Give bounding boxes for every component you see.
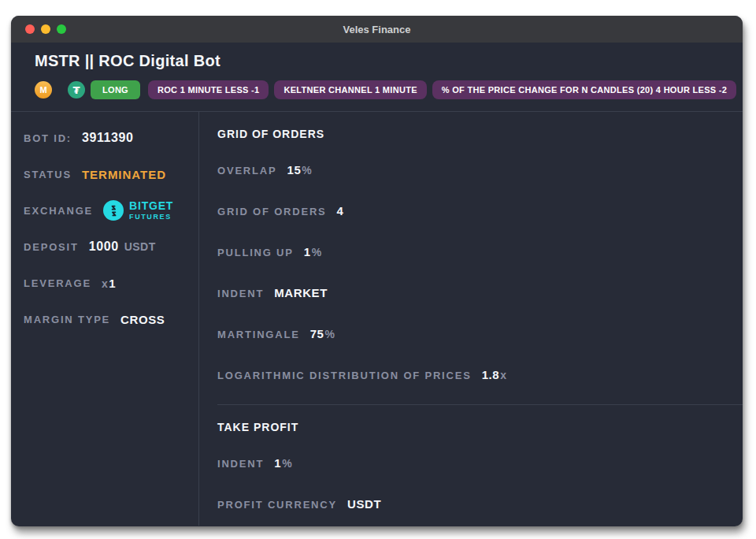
bot-id-row: BOT ID: 3911390 [24,128,194,147]
margin-type-value: CROSS [120,313,165,326]
exchange-row: EXCHANGE BITGET FUTURES [24,201,194,220]
summary-panel: BOT ID: 3911390 STATUS TERMINATED EXCHAN… [11,112,199,526]
deposit-label: DEPOSIT [24,241,79,253]
pulling-up-row: PULLING UP 1 % [217,244,743,261]
param-value: 15 [287,162,301,178]
exchange-type: FUTURES [129,213,172,221]
exchange-name: BITGET [129,201,173,211]
param-value: MARKET [274,285,328,301]
margin-type-label: MARGIN TYPE [24,314,110,325]
margin-type-row: MARGIN TYPE CROSS [24,310,194,329]
base-coin-icon: M [35,81,52,99]
leverage-value: 1 [109,277,116,290]
tether-coin-icon: ₮ [68,81,85,99]
overlap-row: OVERLAP 15 % [217,162,743,179]
param-label: OVERLAP [217,163,276,179]
param-value: 1 [304,244,311,260]
param-label: LOGARITHMIC DISTRIBUTION OF PRICES [217,368,472,384]
badges-row: M ₮ LONG ROC 1 MINUTE LESS -1 KELTNER CH… [35,80,719,99]
take-profit-section: TAKE PROFIT INDENT 1 % PROFIT CURRENCY U… [217,404,743,513]
leverage-row: LEVERAGE x 1 [24,273,194,292]
page-title: MSTR || ROC Digital Bot [35,50,719,72]
bot-id-value: 3911390 [82,131,134,145]
app-window: Veles Finance MSTR || ROC Digital Bot M … [11,16,743,526]
bot-details: BOT ID: 3911390 STATUS TERMINATED EXCHAN… [11,112,743,526]
section-heading: GRID OF ORDERS [217,126,743,142]
leverage-prefix: x [102,277,108,290]
deposit-row: DEPOSIT 1000 USDT [24,237,194,256]
log-distribution-row: LOGARITHMIC DISTRIBUTION OF PRICES 1.8 x [217,367,743,384]
param-label: INDENT [217,286,264,302]
param-value: 75 [310,326,324,342]
title-bar: Veles Finance [11,16,743,43]
bitget-icon [103,200,124,221]
profit-currency-row: PROFIT CURRENCY USDT [217,496,743,513]
status-badge: TERMINATED [82,168,166,181]
leverage-label: LEVERAGE [24,277,91,289]
martingale-row: MARTINGALE 75 % [217,326,743,343]
status-row: STATUS TERMINATED [24,165,194,184]
grid-orders-count-row: GRID OF ORDERS 4 [217,203,743,220]
strategy-badge[interactable]: % OF THE PRICE CHANGE FOR N CANDLES (20)… [432,80,736,99]
status-label: STATUS [24,169,72,180]
deposit-value: 1000 [89,240,119,254]
param-unit: % [312,244,322,260]
tp-indent-row: INDENT 1 % [217,455,743,472]
param-label: INDENT [217,456,264,472]
bot-header: MSTR || ROC Digital Bot M ₮ LONG ROC 1 M… [11,43,743,112]
param-value: 1.8 [482,367,500,383]
param-unit: x [500,367,506,383]
bot-id-label: BOT ID: [24,132,72,144]
position-side-badge[interactable]: LONG [91,80,140,99]
param-unit: % [325,326,335,342]
param-unit: % [302,162,312,178]
strategy-badge[interactable]: ROC 1 MINUTE LESS -1 [148,80,269,99]
param-label: PULLING UP [217,245,294,261]
param-label: GRID OF ORDERS [217,204,327,220]
section-heading: TAKE PROFIT [217,419,743,435]
grid-of-orders-section: GRID OF ORDERS OVERLAP 15 % GRID OF ORDE… [217,112,743,384]
param-label: MARTINGALE [217,327,300,343]
deposit-unit: USDT [124,240,156,253]
param-label: PROFIT CURRENCY [217,497,337,513]
param-unit: % [282,455,292,471]
bitget-logo: BITGET FUTURES [103,200,173,221]
param-value: 4 [337,203,344,219]
indent-row: INDENT MARKET [217,285,743,302]
param-value: USDT [347,496,381,512]
window-title: Veles Finance [11,24,743,35]
exchange-label: EXCHANGE [24,205,93,217]
bitget-wordmark: BITGET FUTURES [129,201,173,221]
parameters-panel: GRID OF ORDERS OVERLAP 15 % GRID OF ORDE… [199,112,743,526]
param-value: 1 [274,455,281,471]
strategy-badge[interactable]: KELTNER CHANNEL 1 MINUTE [274,80,426,99]
